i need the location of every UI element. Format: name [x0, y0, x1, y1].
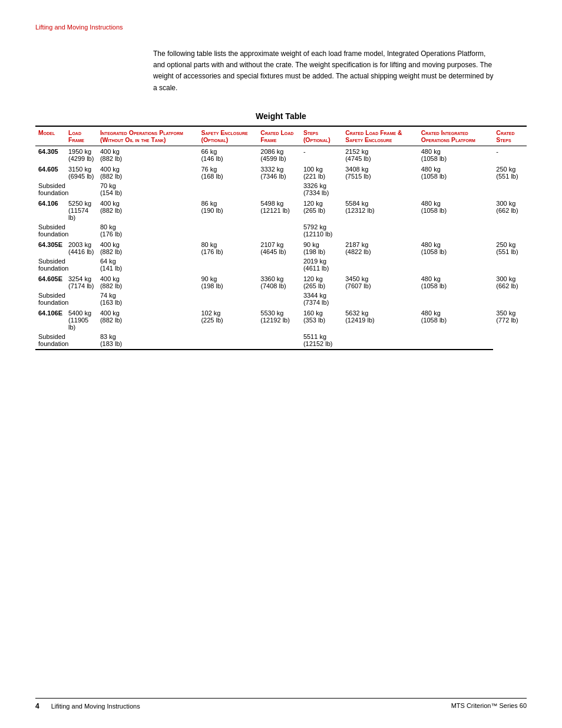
table-cell: 64.305 [35, 146, 65, 164]
footer: 4 Lifiting and Moving Instructions MTS C… [35, 698, 527, 710]
table-cell: 5250 kg (11574 lb) [65, 198, 97, 223]
subsided-crated-lf: 5792 kg (12110 lb) [300, 223, 342, 239]
subsided-safety: 74 kg (163 lb) [97, 291, 199, 308]
subsided-crated-lf: 2019 kg (4611 lb) [300, 257, 342, 274]
table-cell: 64.305E [35, 239, 65, 257]
table-cell: 90 kg (198 lb) [300, 239, 342, 257]
table-cell: 64.605E [35, 274, 65, 291]
table-cell: 3450 kg (7607 lb) [342, 274, 418, 291]
table-row-subsided: Subsided foundation70 kg (154 lb)3326 kg… [35, 182, 527, 198]
col-header-crated-load-frame: Crated Load Frame [257, 126, 300, 146]
table-cell: 3254 kg (7174 lb) [65, 274, 97, 291]
table-cell: 250 kg (551 lb) [493, 239, 527, 257]
table-cell: 400 kg (882 lb) [97, 164, 199, 182]
table-cell: 400 kg (882 lb) [97, 274, 199, 291]
col-header-load-frame: Load Frame [65, 126, 97, 146]
col-header-safety-enclosure: Safety Enclosure (Optional) [198, 126, 257, 146]
table-title: Weight Table [35, 111, 527, 121]
table-cell: 2152 kg (4745 lb) [342, 146, 418, 164]
table-cell: 480 kg (1058 lb) [418, 146, 494, 164]
table-cell: 2003 kg (4416 lb) [65, 239, 97, 257]
table-cell: 90 kg (198 lb) [198, 274, 257, 291]
table-cell: 120 kg (265 lb) [300, 274, 342, 291]
subsided-safety: 80 kg (176 lb) [97, 223, 199, 239]
table-row: 64.3051950 kg (4299 lb)400 kg (882 lb)66… [35, 146, 527, 164]
page: Lifting and Moving Instructions The foll… [0, 0, 562, 728]
table-cell: 80 kg (176 lb) [198, 239, 257, 257]
subsided-crated-lf: 3344 kg (7374 lb) [300, 291, 342, 308]
subsided-safety: 70 kg (154 lb) [97, 182, 199, 198]
table-cell: 100 kg (221 lb) [300, 164, 342, 182]
table-row-subsided: Subsided foundation80 kg (176 lb)5792 kg… [35, 223, 527, 239]
table-row: 64.305E2003 kg (4416 lb)400 kg (882 lb)8… [35, 239, 527, 257]
subsided-crated-lf: 3326 kg (7334 lb) [300, 182, 342, 198]
table-cell: 300 kg (662 lb) [493, 198, 527, 223]
table-cell: 120 kg (265 lb) [300, 198, 342, 223]
subsided-label: Subsided foundation [35, 182, 97, 198]
table-cell: 5400 kg (11905 lb) [65, 308, 97, 332]
table-cell: 5498 kg (12121 lb) [257, 198, 300, 223]
table-cell: 300 kg (662 lb) [493, 274, 527, 291]
table-row-subsided: Subsided foundation83 kg (183 lb)5511 kg… [35, 332, 527, 350]
table-cell: 400 kg (882 lb) [97, 308, 199, 332]
table-cell: 400 kg (882 lb) [97, 146, 199, 164]
table-cell: 1950 kg (4299 lb) [65, 146, 97, 164]
table-body: 64.3051950 kg (4299 lb)400 kg (882 lb)66… [35, 146, 527, 350]
table-header-row: Model Load Frame Integrated Operations P… [35, 126, 527, 146]
col-header-steps-optional: Steps (Optional) [300, 126, 342, 146]
weight-table: Model Load Frame Integrated Operations P… [35, 126, 527, 350]
table-cell: 350 kg (772 lb) [493, 308, 527, 332]
subsided-crated-lf: 5511 kg (12152 lb) [300, 332, 342, 350]
table-row: 64.106E5400 kg (11905 lb)400 kg (882 lb)… [35, 308, 527, 332]
table-cell: 400 kg (882 lb) [97, 198, 199, 223]
table-cell: 64.106E [35, 308, 65, 332]
table-cell: - [493, 146, 527, 164]
table-cell: 64.106 [35, 198, 65, 223]
table-cell: 2107 kg (4645 lb) [257, 239, 300, 257]
table-section: Weight Table Model Load Frame Integrated… [35, 111, 527, 350]
table-cell: 102 kg (225 lb) [198, 308, 257, 332]
subsided-label: Subsided foundation [35, 257, 97, 274]
table-cell: 160 kg (353 lb) [300, 308, 342, 332]
table-cell: 480 kg (1058 lb) [418, 164, 494, 182]
table-cell: 86 kg (190 lb) [198, 198, 257, 223]
table-cell: 5632 kg (12419 lb) [342, 308, 418, 332]
table-cell: 250 kg (551 lb) [493, 164, 527, 182]
col-header-model: Model [35, 126, 65, 146]
table-cell: - [300, 146, 342, 164]
table-cell: 64.605 [35, 164, 65, 182]
table-cell: 3332 kg (7346 lb) [257, 164, 300, 182]
table-cell: 3360 kg (7408 lb) [257, 274, 300, 291]
subsided-label: Subsided foundation [35, 223, 97, 239]
col-header-crated-integrated: Crated Integrated Operations Platform [418, 126, 494, 146]
table-row: 64.1065250 kg (11574 lb)400 kg (882 lb)8… [35, 198, 527, 223]
table-row: 64.6053150 kg (6945 lb)400 kg (882 lb)76… [35, 164, 527, 182]
footer-left: 4 Lifiting and Moving Instructions [35, 702, 140, 710]
page-number: 4 [35, 702, 39, 710]
subsided-label: Subsided foundation [35, 291, 97, 308]
col-header-crated-steps: Crated Steps [493, 126, 527, 146]
breadcrumb: Lifting and Moving Instructions [35, 24, 527, 31]
table-cell: 2187 kg (4822 lb) [342, 239, 418, 257]
table-cell: 66 kg (146 lb) [198, 146, 257, 164]
subsided-safety: 64 kg (141 lb) [97, 257, 199, 274]
col-header-crated-lf-safety: Crated Load Frame & Safety Enclosure [342, 126, 418, 146]
table-row-subsided: Subsided foundation64 kg (141 lb)2019 kg… [35, 257, 527, 274]
table-cell: 480 kg (1058 lb) [418, 308, 494, 332]
table-cell: 2086 kg (4599 lb) [257, 146, 300, 164]
table-cell: 480 kg (1058 lb) [418, 239, 494, 257]
table-cell: 5584 kg (12312 lb) [342, 198, 418, 223]
subsided-label: Subsided foundation [35, 332, 97, 350]
intro-text: The following table lists the approximat… [153, 48, 495, 94]
table-row: 64.605E3254 kg (7174 lb)400 kg (882 lb)9… [35, 274, 527, 291]
table-row-subsided: Subsided foundation74 kg (163 lb)3344 kg… [35, 291, 527, 308]
table-cell: 480 kg (1058 lb) [418, 274, 494, 291]
intro-paragraph: The following table lists the approximat… [153, 50, 493, 92]
col-header-integrated-ops: Integrated Operations Platform (Without … [97, 126, 199, 146]
table-cell: 3408 kg (7515 lb) [342, 164, 418, 182]
table-cell: 5530 kg (12192 lb) [257, 308, 300, 332]
table-cell: 3150 kg (6945 lb) [65, 164, 97, 182]
footer-left-text: Lifiting and Moving Instructions [51, 703, 140, 710]
subsided-safety: 83 kg (183 lb) [97, 332, 199, 350]
table-cell: 76 kg (168 lb) [198, 164, 257, 182]
